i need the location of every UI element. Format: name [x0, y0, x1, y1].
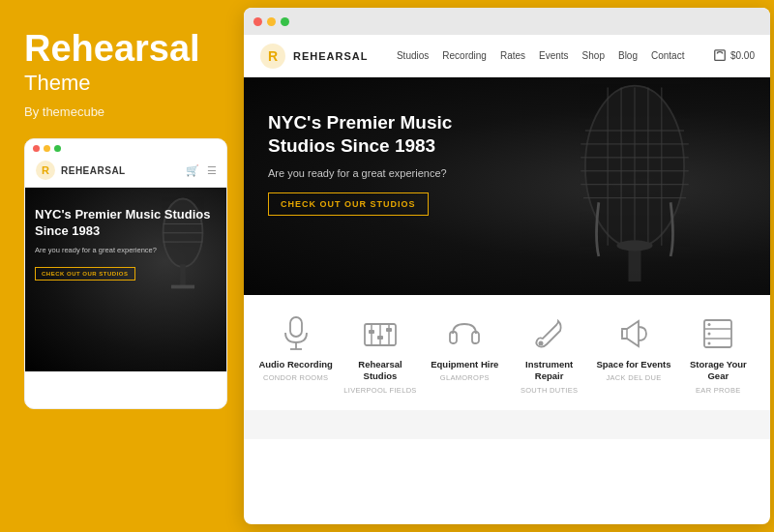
- mobile-hero-sub: Are you ready for a great experience?: [35, 246, 226, 254]
- service-equipment-hire: Equipment Hire GLAMOROPS: [426, 314, 503, 382]
- mobile-dot-green: [54, 145, 61, 152]
- svg-rect-4: [171, 285, 194, 289]
- service-rehearsal-studios: Rehearsal Studios LIVERPOOL FIELDS: [342, 314, 419, 395]
- nav-events[interactable]: Events: [539, 50, 569, 61]
- mobile-cart-icon[interactable]: 🛒: [186, 164, 199, 177]
- mobile-hero: NYC's Premier Music Studios Since 1983 A…: [25, 188, 226, 371]
- theme-title-block: Rehearsal Theme By themecube: [24, 29, 221, 119]
- theme-by: By themecube: [24, 104, 221, 119]
- service-sub-audio: CONDOR ROOMS: [263, 373, 328, 382]
- service-sub-instrument: SOUTH DUTIES: [521, 386, 578, 395]
- browser-dot-yellow[interactable]: [267, 17, 276, 26]
- mobile-traffic-lights: [25, 139, 226, 156]
- mobile-logo-area: R REHEARSAL: [35, 160, 126, 181]
- bottom-strip: [244, 410, 770, 439]
- service-sub-equipment: GLAMOROPS: [440, 373, 490, 382]
- hero-cta-button[interactable]: CHECK OUT OUR STUDIOS: [268, 192, 429, 216]
- hero-title: NYC's Premier Music Studios Since 1983: [268, 111, 481, 158]
- sliders-icon: [363, 316, 398, 351]
- mobile-nav-icons: 🛒 ☰: [186, 164, 217, 177]
- instrument-repair-icon-wrap: [530, 314, 569, 353]
- mobile-preview: R REHEARSAL 🛒 ☰ NYC's Premier: [24, 138, 227, 409]
- service-sub-rehearsal: LIVERPOOL FIELDS: [343, 386, 416, 395]
- site-navbar: R REHEARSAL Studios Recording Rates Even…: [244, 35, 770, 77]
- service-name-space: Space for Events: [596, 359, 670, 370]
- service-audio-recording: Audio Recording CONDOR ROOMS: [257, 314, 335, 382]
- theme-subtitle: Theme: [24, 70, 221, 98]
- service-space-events: Space for Events JACK DEL DUE: [595, 314, 672, 382]
- mobile-hero-text: NYC's Premier Music Studios Since 1983 A…: [35, 207, 226, 281]
- site-hero: NYC's Premier Music Studios Since 1983 A…: [244, 77, 770, 295]
- mic-icon: [281, 315, 312, 352]
- browser-dot-red[interactable]: [253, 17, 262, 26]
- nav-rates[interactable]: Rates: [500, 50, 525, 61]
- hero-subtitle: Are you ready for a great experience?: [268, 167, 481, 179]
- browser-titlebar: [244, 8, 770, 35]
- megaphone-icon: [617, 317, 650, 350]
- service-instrument-repair: Instrument Repair SOUTH DUTIES: [511, 314, 588, 395]
- audio-recording-icon-wrap: [277, 314, 315, 353]
- svg-point-43: [708, 333, 711, 336]
- service-name-rehearsal: Rehearsal Studios: [342, 359, 419, 383]
- service-name-instrument: Instrument Repair: [511, 359, 588, 383]
- nav-shop[interactable]: Shop: [582, 50, 605, 61]
- svg-rect-32: [369, 330, 374, 334]
- svg-text:R: R: [268, 48, 278, 64]
- site-logo-text: REHEARSAL: [293, 50, 368, 62]
- left-panel: Rehearsal Theme By themecube R REHEARSAL…: [0, 0, 240, 532]
- svg-rect-33: [377, 336, 383, 340]
- hero-mic-graphic: [528, 77, 741, 295]
- service-name-equipment: Equipment Hire: [431, 359, 498, 370]
- mobile-cta-button[interactable]: CHECK OUT OUR STUDIOS: [35, 267, 135, 281]
- equipment-hire-icon-wrap: [445, 314, 484, 353]
- svg-point-24: [616, 240, 652, 251]
- svg-point-44: [708, 342, 711, 345]
- services-section: Audio Recording CONDOR ROOMS Rehearsal S…: [244, 295, 770, 410]
- mobile-dot-yellow: [44, 145, 50, 152]
- storage-icon: [701, 317, 734, 350]
- service-sub-storage: EAR PROBE: [696, 386, 740, 395]
- nav-studios[interactable]: Studios: [397, 50, 429, 61]
- mobile-logo-icon: R: [35, 160, 56, 181]
- cart-total: $0.00: [730, 50, 755, 61]
- service-sub-space: JACK DEL DUE: [606, 373, 661, 382]
- svg-rect-23: [629, 246, 641, 281]
- service-storage-gear: Storage Your Gear EAR PROBE: [679, 314, 757, 395]
- svg-point-42: [708, 323, 711, 326]
- nav-blog[interactable]: Blog: [618, 50, 638, 61]
- space-events-icon-wrap: [614, 314, 653, 353]
- svg-rect-34: [386, 328, 392, 332]
- theme-title: Rehearsal: [24, 29, 221, 70]
- service-name-storage: Storage Your Gear: [679, 359, 757, 383]
- site-logo-area: R REHEARSAL: [259, 43, 368, 70]
- wrench-icon: [533, 317, 566, 350]
- mobile-logo-text: REHEARSAL: [61, 165, 126, 176]
- browser-dot-green[interactable]: [281, 17, 289, 26]
- storage-gear-icon-wrap: [699, 314, 737, 353]
- mobile-navbar: R REHEARSAL 🛒 ☰: [25, 156, 226, 188]
- site-nav: Studios Recording Rates Events Shop Blog…: [397, 50, 685, 61]
- mobile-menu-icon[interactable]: ☰: [207, 164, 217, 177]
- svg-point-37: [538, 341, 543, 346]
- browser-panel: R REHEARSAL Studios Recording Rates Even…: [244, 8, 770, 524]
- nav-recording[interactable]: Recording: [442, 50, 487, 61]
- rehearsal-studios-icon-wrap: [361, 314, 400, 353]
- headphones-icon: [448, 316, 481, 351]
- site-cart[interactable]: $0.00: [713, 49, 755, 63]
- mobile-dot-red: [33, 145, 40, 152]
- cart-icon: [713, 49, 727, 63]
- service-name-audio: Audio Recording: [258, 359, 333, 370]
- hero-content: NYC's Premier Music Studios Since 1983 A…: [268, 111, 481, 216]
- nav-contact[interactable]: Contact: [651, 50, 684, 61]
- site-logo-icon: R: [259, 43, 286, 70]
- mobile-hero-title: NYC's Premier Music Studios Since 1983: [35, 207, 226, 240]
- svg-text:R: R: [42, 164, 49, 176]
- svg-rect-25: [290, 317, 302, 337]
